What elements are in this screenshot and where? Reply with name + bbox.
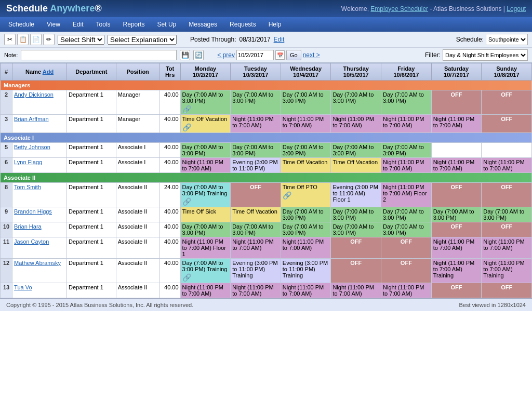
schedule-cell[interactable]: Day (7:00 AM to 3:00 PM): [331, 143, 381, 158]
logout-link[interactable]: Logout: [507, 5, 526, 12]
note-save-icon[interactable]: 💾: [180, 50, 190, 60]
employee-name[interactable]: Andy Dickinson: [12, 90, 67, 115]
shift-select[interactable]: Select Shift: [58, 35, 104, 45]
schedule-cell[interactable]: OFF: [431, 90, 482, 115]
schedule-cell[interactable]: OFF: [431, 283, 482, 298]
employee-name[interactable]: Mathew Abramsky: [12, 259, 67, 283]
schedule-cell[interactable]: Night (11:00 PM to 7:00 AM): [482, 158, 532, 173]
date-input[interactable]: [236, 50, 274, 60]
schedule-cell[interactable]: Day (7:00 AM to 3:00 PM): [281, 90, 331, 115]
nav-requests[interactable]: Requests: [223, 17, 262, 32]
schedule-cell[interactable]: Day (7:00 AM to 3:00 PM): [482, 207, 532, 222]
employee-name[interactable]: Tua Vo: [12, 283, 67, 298]
schedule-cell[interactable]: Day (7:00 AM to 3:00 PM): [231, 143, 281, 158]
schedule-cell[interactable]: Day (7:00 AM to 3:00 PM): [381, 143, 432, 158]
schedule-cell[interactable]: Day (7:00 AM to 3:00 PM): [381, 90, 432, 115]
next-link[interactable]: next >: [303, 51, 320, 59]
schedule-cell[interactable]: Night (11:00 PM to 7:00 AM): [231, 115, 281, 133]
note-input[interactable]: [21, 50, 177, 60]
schedule-cell[interactable]: OFF: [331, 259, 381, 283]
calendar-icon[interactable]: 📅: [275, 50, 285, 60]
schedule-cell[interactable]: Day (7:00 AM to 3:00 PM) Training🔗: [180, 259, 231, 283]
schedule-cell[interactable]: OFF: [381, 237, 432, 259]
schedule-cell[interactable]: Night (11:00 PM to 7:00 AM): [431, 115, 482, 133]
schedule-cell[interactable]: Night (11:00 PM to 7:00 AM): [281, 283, 331, 298]
cut-icon[interactable]: ✂: [4, 34, 16, 45]
note-refresh-icon[interactable]: 🔄: [193, 50, 204, 60]
schedule-cell[interactable]: Night (11:00 PM to 7:00 AM): [231, 237, 281, 259]
schedule-cell[interactable]: Night (11:00 PM to 7:00 AM) Floor 2: [381, 183, 432, 207]
schedule-cell[interactable]: Night (11:00 PM to 7:00 AM): [482, 237, 532, 259]
employee-name[interactable]: Brandon Higgs: [12, 207, 67, 222]
schedule-cell[interactable]: Night (11:00 PM to 7:00 AM): [331, 115, 381, 133]
schedule-cell[interactable]: Night (11:00 PM to 7:00 AM): [331, 283, 381, 298]
schedule-cell[interactable]: Night (11:00 PM to 7:00 AM): [281, 115, 331, 133]
schedule-cell[interactable]: Night (11:00 PM to 7:00 AM) Training: [482, 259, 532, 283]
schedule-cell[interactable]: Day (7:00 AM to 3:00 PM): [381, 222, 432, 237]
filter-select[interactable]: Day & Night Shift Employees: [443, 49, 528, 61]
schedule-cell[interactable]: Day (7:00 AM to 3:00 PM): [180, 143, 231, 158]
schedule-cell[interactable]: Night (11:00 PM to 7:00 AM): [180, 283, 231, 298]
schedule-cell[interactable]: [431, 143, 482, 158]
schedule-cell[interactable]: Evening (3:00 PM to 11:00 PM): [231, 158, 281, 173]
schedule-cell[interactable]: Time Off Sick: [180, 207, 231, 222]
employee-name[interactable]: Tom Smith: [12, 183, 67, 207]
schedule-cell[interactable]: Night (11:00 PM to 7:00 AM): [381, 115, 432, 133]
schedule-cell[interactable]: OFF: [482, 90, 532, 115]
edit-link[interactable]: Edit: [274, 36, 285, 43]
edit-icon[interactable]: ✏: [43, 34, 55, 45]
employee-name[interactable]: Brian Arffman: [12, 115, 67, 133]
schedule-cell[interactable]: OFF: [482, 183, 532, 207]
nav-edit[interactable]: Edit: [66, 17, 90, 32]
schedule-cell[interactable]: Day (7:00 AM to 3:00 PM): [431, 207, 482, 222]
nav-help[interactable]: Help: [262, 17, 288, 32]
schedule-cell[interactable]: Day (7:00 AM to 3:00 PM): [281, 143, 331, 158]
add-link[interactable]: Add: [43, 69, 54, 75]
schedule-cell[interactable]: Night (11:00 PM to 7:00 AM): [281, 237, 331, 259]
schedule-cell[interactable]: Night (11:00 PM to 7:00 AM): [381, 158, 432, 173]
schedule-cell[interactable]: OFF: [381, 259, 432, 283]
employee-name[interactable]: Jason Cayton: [12, 237, 67, 259]
nav-tools[interactable]: Tools: [90, 17, 117, 32]
schedule-cell[interactable]: Night (11:00 PM to 7:00 AM): [180, 158, 231, 173]
schedule-cell[interactable]: Day (7:00 AM to 3:00 PM): [281, 222, 331, 237]
schedule-cell[interactable]: Day (7:00 AM to 3:00 PM): [331, 90, 381, 115]
nav-schedule[interactable]: Schedule: [2, 17, 41, 32]
schedule-cell[interactable]: Time Off Vacation: [281, 158, 331, 173]
user-link[interactable]: Employee Scheduler: [370, 5, 428, 12]
paste-icon[interactable]: 📄: [30, 34, 42, 45]
explanation-select[interactable]: Select Explanation: [108, 35, 177, 45]
employee-name[interactable]: Lynn Flagg: [12, 158, 67, 173]
schedule-cell[interactable]: [482, 143, 532, 158]
schedule-cell[interactable]: Day (7:00 AM to 3:00 PM)🔗: [180, 90, 231, 115]
schedule-cell[interactable]: Evening (3:00 PM to 11:00 AM) Floor 1: [331, 183, 381, 207]
nav-view[interactable]: View: [41, 17, 66, 32]
schedule-cell[interactable]: Night (11:00 PM to 7:00 AM): [381, 283, 432, 298]
schedule-cell[interactable]: Night (11:00 PM to 7:00 AM): [231, 283, 281, 298]
employee-name[interactable]: Brian Hara: [12, 222, 67, 237]
schedule-cell[interactable]: Day (7:00 AM to 3:00 PM): [180, 222, 231, 237]
schedule-cell[interactable]: Time Off PTO🔗: [281, 183, 331, 207]
prev-link[interactable]: < prev: [217, 51, 235, 59]
schedule-cell[interactable]: Day (7:00 AM to 3:00 PM): [381, 207, 432, 222]
schedule-cell[interactable]: Evening (3:00 PM to 11:00 PM) Training: [281, 259, 331, 283]
schedule-cell[interactable]: Night (11:00 PM to 7:00 AM) Training: [431, 259, 482, 283]
copy-icon[interactable]: 📋: [17, 34, 29, 45]
schedule-cell[interactable]: Day (7:00 AM to 3:00 PM): [331, 222, 381, 237]
schedule-cell[interactable]: Night (11:00 PM to 7:00 AM) Floor 1: [180, 237, 231, 259]
go-button[interactable]: Go: [286, 50, 301, 60]
nav-setup[interactable]: Set Up: [151, 17, 183, 32]
employee-name[interactable]: Betty Johnson: [12, 143, 67, 158]
schedule-cell[interactable]: Day (7:00 AM to 3:00 PM): [331, 207, 381, 222]
schedule-cell[interactable]: OFF: [331, 237, 381, 259]
schedule-cell[interactable]: Night (11:00 PM to 7:00 AM): [431, 158, 482, 173]
schedule-cell[interactable]: Time Off Vacation: [231, 207, 281, 222]
schedule-cell[interactable]: Time Off Vacation: [331, 158, 381, 173]
schedule-cell[interactable]: Day (7:00 AM to 3:00 PM): [231, 222, 281, 237]
schedule-cell[interactable]: OFF: [431, 222, 482, 237]
nav-messages[interactable]: Messages: [182, 17, 223, 32]
schedule-cell[interactable]: OFF: [482, 222, 532, 237]
schedule-cell[interactable]: Time Off Vacation🔗: [180, 115, 231, 133]
schedule-cell[interactable]: Day (7:00 AM to 3:00 PM): [281, 207, 331, 222]
nav-reports[interactable]: Reports: [117, 17, 151, 32]
